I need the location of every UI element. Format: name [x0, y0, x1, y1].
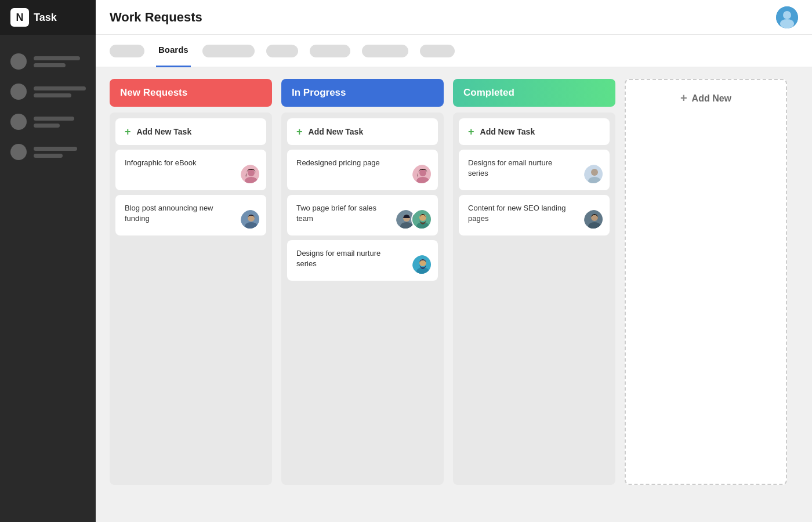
tab-pill-6[interactable]: [420, 45, 455, 57]
svg-point-4: [248, 169, 255, 176]
task-card[interactable]: Blog post announcing new funding: [115, 195, 266, 235]
svg-point-1: [783, 11, 791, 19]
svg-point-22: [591, 169, 598, 176]
avatar: [583, 209, 604, 230]
avatar: [583, 164, 604, 184]
add-new-column-label: Add New: [692, 93, 731, 104]
column-completed: Completed + Add New Task Designs for ema…: [453, 79, 615, 485]
svg-point-2: [780, 19, 794, 28]
add-task-button-new-requests[interactable]: + Add New Task: [115, 118, 266, 145]
task-card[interactable]: Content for new SEO landing pages: [459, 195, 610, 235]
sidebar-line: [34, 63, 66, 67]
sidebar: N Task: [0, 0, 96, 522]
tab-boards[interactable]: Boards: [156, 35, 191, 67]
avatar-group: [240, 209, 260, 230]
task-card[interactable]: Infographic for eBook: [115, 150, 266, 190]
avatar-group: [240, 164, 260, 184]
user-avatar[interactable]: [776, 6, 798, 28]
sidebar-label-1: [34, 56, 80, 67]
tabs-bar: Boards: [96, 35, 812, 67]
add-column-plus-icon: +: [680, 92, 687, 105]
logo-letter: N: [16, 12, 24, 24]
sidebar-avatar-2: [10, 84, 27, 100]
sidebar-header: N Task: [0, 0, 96, 35]
task-card[interactable]: Two page brief for sales team: [287, 195, 438, 235]
sidebar-line: [34, 86, 86, 90]
plus-icon: +: [296, 126, 303, 137]
board-area: New Requests + Add New Task Infographic …: [96, 67, 812, 522]
topbar: Work Requests: [96, 0, 812, 35]
sidebar-item-4[interactable]: [0, 137, 96, 167]
logo-text: Task: [34, 12, 57, 24]
task-card[interactable]: Designs for email nurture series: [287, 240, 438, 281]
column-header-in-progress: In Progress: [281, 79, 444, 107]
tab-pill-1[interactable]: [110, 45, 144, 57]
sidebar-avatar-4: [10, 144, 27, 160]
sidebar-line: [34, 93, 71, 97]
page-title: Work Requests: [110, 10, 202, 25]
avatar: [411, 164, 432, 184]
column-body-new-requests: + Add New Task Infographic for eBook: [110, 113, 272, 485]
tab-pill-3[interactable]: [266, 45, 298, 57]
sidebar-line: [34, 147, 77, 151]
logo-icon: N: [10, 8, 29, 27]
add-new-column-inner: + Add New: [680, 92, 731, 105]
add-task-button-completed[interactable]: + Add New Task: [459, 118, 610, 145]
sidebar-avatar-1: [10, 53, 27, 70]
add-task-button-in-progress[interactable]: + Add New Task: [287, 118, 438, 145]
sidebar-line: [34, 124, 60, 128]
column-in-progress: In Progress + Add New Task Redesigned pr…: [281, 79, 444, 485]
tab-pill-5[interactable]: [362, 45, 408, 57]
plus-icon: +: [125, 126, 131, 137]
sidebar-line: [34, 154, 63, 158]
avatar: [411, 254, 432, 275]
tab-pill-2[interactable]: [202, 45, 255, 57]
column-header-new-requests: New Requests: [110, 79, 272, 107]
task-card[interactable]: Redesigned pricing page: [287, 150, 438, 190]
avatar: [240, 164, 260, 184]
column-body-in-progress: + Add New Task Redesigned pricing page: [281, 113, 444, 485]
sidebar-item-3[interactable]: [0, 107, 96, 137]
avatar-group: [411, 254, 432, 275]
avatar-group: [411, 164, 432, 184]
task-card[interactable]: Designs for email nurture series: [459, 150, 610, 190]
plus-icon: +: [468, 126, 474, 137]
avatar: [240, 209, 260, 230]
avatar: [411, 209, 432, 230]
tab-pill-4[interactable]: [310, 45, 350, 57]
avatar-group: [395, 209, 432, 230]
sidebar-line: [34, 56, 80, 60]
sidebar-nav: [0, 35, 96, 522]
sidebar-label-4: [34, 147, 77, 158]
sidebar-label-2: [34, 86, 86, 97]
column-header-completed: Completed: [453, 79, 615, 107]
sidebar-label-3: [34, 117, 74, 128]
sidebar-item-1[interactable]: [0, 46, 96, 77]
avatar-group: [583, 209, 604, 230]
column-body-completed: + Add New Task Designs for email nurture…: [453, 113, 615, 485]
svg-point-10: [419, 169, 426, 176]
sidebar-line: [34, 117, 74, 121]
avatar-group: [583, 164, 604, 184]
main-content: Work Requests Boards New Requests +: [96, 0, 812, 522]
sidebar-avatar-3: [10, 114, 27, 130]
add-new-column[interactable]: + Add New: [625, 79, 787, 485]
sidebar-item-2[interactable]: [0, 77, 96, 107]
column-new-requests: New Requests + Add New Task Infographic …: [110, 79, 272, 485]
